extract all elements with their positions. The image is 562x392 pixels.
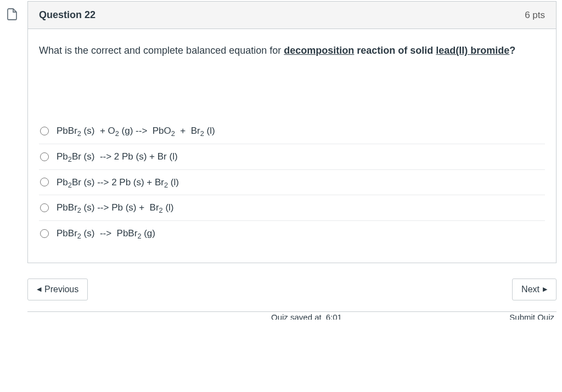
question-points: 6 pts [525, 10, 545, 21]
answer-radio[interactable] [40, 178, 49, 186]
answer-option[interactable]: Pb2Br (s) --> 2 Pb (s) + Br2 (l) [39, 170, 545, 196]
saved-prefix: Quiz saved at [271, 313, 322, 320]
saved-status: Quiz saved at 6:01 [271, 313, 342, 320]
answer-radio[interactable] [40, 229, 49, 238]
question-status-icon [5, 8, 19, 21]
next-button[interactable]: Next ▶ [512, 279, 557, 300]
footer-row: Quiz saved at 6:01 Submit Quiz [27, 312, 557, 320]
chevron-right-icon: ▶ [543, 286, 547, 292]
previous-label: Previous [44, 285, 78, 294]
question-prompt: What is the correct and complete balance… [39, 43, 545, 58]
separator: Quiz saved at 6:01 Submit Quiz [27, 311, 557, 328]
answer-option[interactable]: Pb2Br (s) --> 2 Pb (s) + Br (l) [39, 144, 545, 170]
answer-radio[interactable] [40, 152, 49, 161]
saved-time: 6:01 [326, 313, 342, 320]
chevron-left-icon: ◀ [37, 286, 41, 292]
answer-options: PbBr2 (s) + O2 (g) --> PbO2 + Br2 (l) Pb… [39, 118, 545, 246]
question-body: What is the correct and complete balance… [28, 29, 556, 263]
answer-label: PbBr2 (s) + O2 (g) --> PbO2 + Br2 (l) [57, 124, 215, 138]
answer-option[interactable]: PbBr2 (s) --> PbBr2 (g) [39, 221, 545, 246]
answer-label: Pb2Br (s) --> 2 Pb (s) + Br (l) [57, 150, 178, 163]
question-header: Question 22 6 pts [28, 2, 556, 29]
answer-option[interactable]: PbBr2 (s) --> Pb (s) + Br2 (l) [39, 195, 545, 221]
submit-label: Submit Quiz [509, 313, 554, 320]
answer-option[interactable]: PbBr2 (s) + O2 (g) --> PbO2 + Br2 (l) [39, 118, 545, 144]
answer-radio[interactable] [40, 127, 49, 135]
previous-button[interactable]: ◀ Previous [27, 279, 88, 300]
question-number: Question 22 [39, 9, 95, 21]
answer-label: Pb2Br (s) --> 2 Pb (s) + Br2 (l) [57, 176, 179, 189]
answer-radio[interactable] [40, 203, 49, 212]
next-label: Next [521, 285, 539, 294]
answer-label: PbBr2 (s) --> PbBr2 (g) [57, 227, 155, 240]
answer-label: PbBr2 (s) --> Pb (s) + Br2 (l) [57, 201, 174, 214]
question-card: Question 22 6 pts What is the correct an… [27, 1, 557, 263]
submit-area: Submit Quiz [509, 313, 554, 320]
nav-row: ◀ Previous Next ▶ [27, 279, 557, 300]
